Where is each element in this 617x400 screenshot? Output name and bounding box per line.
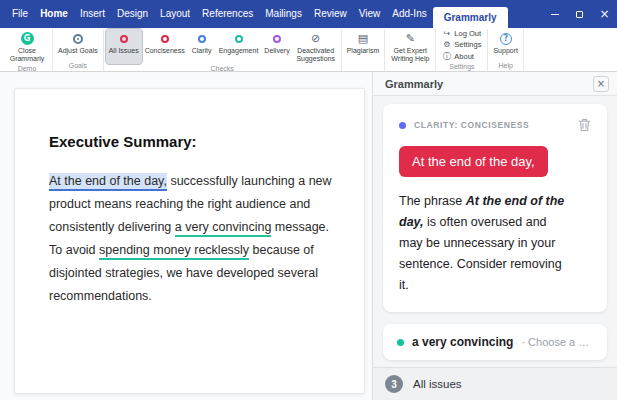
group-label-help: Help [490,61,521,71]
remove-phrase-button[interactable]: At the end of the day, [399,146,548,177]
adjust-goals-button[interactable]: Adjust Goals [55,29,101,61]
menu-view[interactable]: View [353,0,387,28]
button-label: Engagement [219,47,259,55]
button-label: All Issues [109,47,139,55]
maximize-button[interactable] [567,0,592,28]
gear-icon: ⚙ [442,40,451,49]
ribbon-group-settings: ↪ Log Out ⚙ Settings ⓘ About Settings [436,29,488,71]
doc-paragraph: At the end of the day, successfully laun… [49,170,340,308]
underlined-phrase-1[interactable]: a very convincing [175,220,272,237]
ribbon-group-writing-help: ✎ Get Expert Writing Help [385,29,436,71]
menu-mailings[interactable]: Mailings [259,0,308,28]
ribbon-group-checks: All Issues Conciseness Clarity Engagemen… [104,29,342,71]
clarity-icon [198,35,206,43]
grammarly-logo-icon: G [21,32,34,45]
doc-heading: Executive Summary: [49,133,340,150]
button-label: Delivery [264,47,289,55]
engagement-icon [235,35,243,43]
menu-add-ins[interactable]: Add-Ins [386,0,432,28]
minimize-icon [551,14,559,15]
close-grammarly-button[interactable]: G Close Grammarly [4,29,50,64]
button-label: Support [493,47,518,55]
menu-design[interactable]: Design [111,0,154,28]
engagement-dot-icon [397,339,404,346]
suggestion-card: CLARITY: CONCISENESS At the end of the d… [383,104,607,312]
logout-icon: ↪ [442,29,451,38]
deactivated-suggestions-button[interactable]: ⊘ Deactivated Suggestions [293,29,339,64]
button-label: Close Grammarly [7,47,47,63]
clarity-dot-icon [399,122,406,129]
plagiarism-button[interactable]: ▤ Plagiarism [344,29,383,61]
ribbon-group-plagiarism: ▤ Plagiarism [342,29,386,71]
document-area: Executive Summary: At the end of the day… [0,72,372,400]
get-expert-writing-help-button[interactable]: ✎ Get Expert Writing Help [387,29,433,64]
button-label: Settings [454,40,481,49]
close-icon: × [599,8,609,20]
action-label: Choose a diff... [528,336,593,348]
delivery-icon [273,35,281,43]
minimize-button[interactable] [542,0,567,28]
menubar: File Home Insert Design Layout Reference… [0,0,508,28]
menu-references[interactable]: References [196,0,259,28]
settings-button[interactable]: ⚙ Settings [442,40,481,49]
button-label: About [454,52,474,61]
footer-label: All issues [413,378,462,390]
trash-icon[interactable] [578,118,591,132]
support-button[interactable]: ? Support [490,29,521,61]
window-controls: × [542,0,617,28]
ribbon-group-goals: Adjust Goals Goals [53,29,104,71]
panel-header: Grammarly × [373,72,617,96]
document-page[interactable]: Executive Summary: At the end of the day… [14,88,365,394]
group-label-goals: Goals [55,61,101,71]
pencil-icon: ✎ [406,32,415,45]
panel-close-button[interactable]: × [593,76,609,92]
explanation-text: The phrase [399,194,466,208]
button-label: Get Expert Writing Help [390,47,430,63]
target-icon [73,34,83,44]
button-label: Log Out [454,29,481,38]
close-window-button[interactable]: × [592,0,617,28]
group-label-plagiarism [344,61,383,71]
button-label: Deactivated Suggestions [296,47,336,63]
next-suggestion-card[interactable]: a very convincing · Choose a diff... [383,324,607,360]
menu-home[interactable]: Home [34,0,74,28]
grammarly-panel: Grammarly × CLARITY: CONCISENESS At the … [372,72,617,400]
log-out-button[interactable]: ↪ Log Out [442,29,481,38]
next-suggestion-text: a very convincing [412,335,513,349]
ribbon-group-demo: G Close Grammarly Demo [2,29,53,71]
word-window: File Home Insert Design Layout Reference… [0,0,617,400]
conciseness-icon [161,35,169,43]
button-label: Plagiarism [347,47,380,55]
explanation-text: is often overused and may be unnecessary… [399,215,562,292]
maximize-icon [576,11,583,18]
button-label: Adjust Goals [58,47,98,55]
tab-grammarly[interactable]: Grammarly [433,7,508,28]
delivery-button[interactable]: Delivery [261,29,292,64]
group-label-settings: Settings [438,62,485,72]
all-issues-footer[interactable]: 3 All issues [373,367,617,400]
highlighted-phrase[interactable]: At the end of the day, [49,173,167,191]
suggestion-category: CLARITY: CONCISENESS [414,120,570,130]
separator: · [521,336,525,348]
engagement-button[interactable]: Engagement [216,29,262,64]
main-content: Executive Summary: At the end of the day… [0,72,617,400]
menu-file[interactable]: File [6,0,34,28]
conciseness-button[interactable]: Conciseness [142,29,188,64]
clarity-button[interactable]: Clarity [188,29,216,64]
menu-layout[interactable]: Layout [154,0,196,28]
underlined-phrase-2[interactable]: spending money recklessly [99,243,249,260]
menu-insert[interactable]: Insert [74,0,111,28]
issue-count-badge: 3 [385,375,403,393]
suggestion-explanation: The phrase At the end of the day, is oft… [399,191,571,296]
all-issues-button[interactable]: All Issues [106,29,142,64]
about-button[interactable]: ⓘ About [442,51,481,62]
button-label: Clarity [192,47,212,55]
all-issues-icon [120,35,128,43]
group-label-writing-help [387,64,433,71]
menu-review[interactable]: Review [308,0,353,28]
panel-title: Grammarly [385,78,443,90]
info-icon: ⓘ [442,51,451,62]
document-icon: ▤ [358,32,368,45]
ribbon-group-help: ? Support Help [488,29,524,71]
ribbon: G Close Grammarly Demo Adjust Goals Goal… [0,28,617,72]
